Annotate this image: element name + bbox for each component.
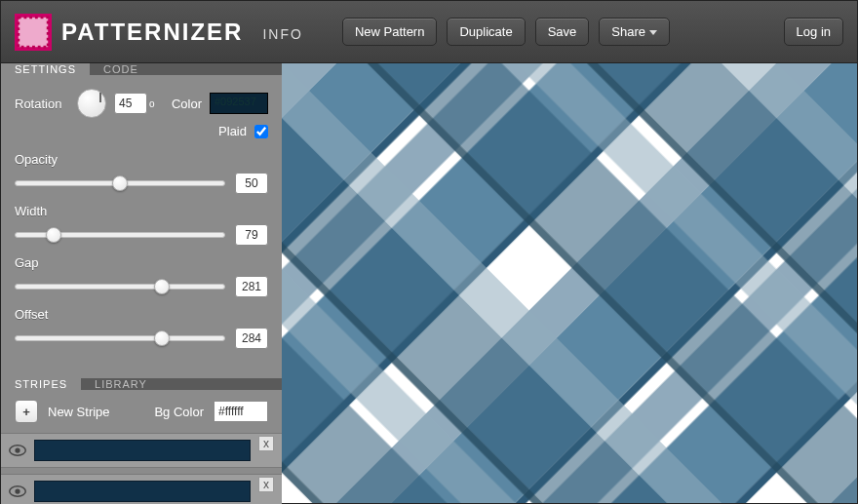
settings-panel: Rotation o Color #092537 Plaid Opacity 5… [1,75,282,378]
width-label: Width [15,204,268,218]
plaid-checkbox[interactable] [254,125,268,138]
share-button[interactable]: Share [599,18,670,46]
svg-rect-1 [19,17,48,46]
bgcolor-label: Bg Color [154,405,204,419]
info-link[interactable]: INFO [262,26,302,42]
remove-stripe-button[interactable]: x [258,477,274,492]
brand-title: PATTERNIZER [61,19,243,46]
remove-stripe-button[interactable]: x [258,436,274,451]
top-bar: PATTERNIZER INFO New Pattern Duplicate S… [1,1,857,63]
logo-icon [15,14,52,51]
new-pattern-button[interactable]: New Pattern [342,18,438,46]
gap-label: Gap [15,255,268,270]
duplicate-button[interactable]: Duplicate [447,18,525,46]
main-area: SETTINGS CODE Rotation o Color #092537 P… [1,63,857,503]
gap-value[interactable]: 281 [235,276,268,297]
rotation-knob[interactable] [77,89,106,118]
stripes-tabs: STRIPES LIBRARY [1,378,282,390]
tab-code[interactable]: CODE [90,63,152,75]
stripes-toolbar: + New Stripe Bg Color [1,390,282,433]
gap-slider[interactable] [15,284,225,290]
sidebar: SETTINGS CODE Rotation o Color #092537 P… [1,63,282,503]
add-stripe-button[interactable]: + [15,400,38,423]
svg-point-5 [15,488,20,493]
new-stripe-label: New Stripe [48,405,110,419]
pattern-preview [282,63,857,503]
login-button[interactable]: Log in [784,18,843,46]
plaid-label: Plaid [218,124,247,138]
stripe-item[interactable]: x [1,433,282,468]
eye-icon[interactable] [9,485,26,498]
app-root: PATTERNIZER INFO New Pattern Duplicate S… [0,0,858,504]
stripe-color-bar[interactable] [34,481,251,502]
svg-point-3 [15,447,20,452]
opacity-label: Opacity [15,152,268,167]
offset-value[interactable]: 284 [235,328,268,349]
chevron-down-icon [649,30,657,35]
rotation-input[interactable] [114,93,147,114]
width-value[interactable]: 79 [235,224,268,246]
stripe-item[interactable]: x [1,474,282,504]
tab-settings[interactable]: SETTINGS [1,63,90,75]
rotation-label: Rotation [15,97,69,111]
opacity-value[interactable]: 50 [235,173,268,194]
offset-slider[interactable] [15,335,225,341]
color-swatch[interactable]: #092537 [210,93,268,114]
svg-rect-19 [282,63,857,503]
width-slider[interactable] [15,232,225,238]
stripe-list: x x [1,433,282,504]
degree-symbol: o [149,98,155,109]
opacity-slider[interactable] [15,180,225,186]
tab-library[interactable]: LIBRARY [81,378,161,390]
settings-tabs: SETTINGS CODE [1,63,282,75]
offset-label: Offset [15,307,268,322]
bgcolor-input[interactable] [214,401,268,422]
tab-stripes[interactable]: STRIPES [1,378,81,390]
color-label: Color [172,97,202,111]
save-button[interactable]: Save [535,18,590,46]
toolbar-buttons: New Pattern Duplicate Save Share [342,18,670,46]
eye-icon[interactable] [9,444,26,457]
stripe-color-bar[interactable] [34,440,251,461]
